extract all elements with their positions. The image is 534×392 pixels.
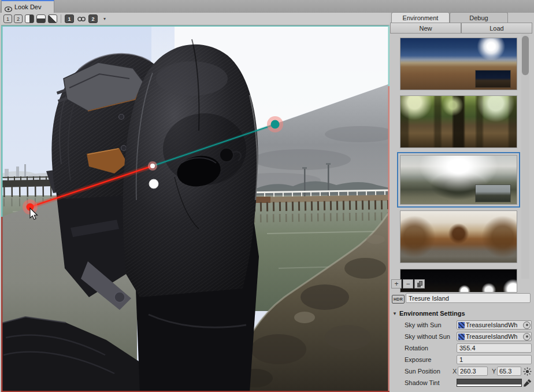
exposure-field[interactable]	[457, 355, 532, 364]
hdri-inset-preview	[476, 71, 510, 87]
y-axis-label: Y	[492, 368, 496, 375]
texture-icon	[458, 334, 465, 340]
link-environments-icon[interactable]	[76, 14, 87, 23]
toolbar-dropdown-icon[interactable]: ▾	[101, 14, 109, 23]
texture-icon	[458, 322, 465, 328]
hdri-thumbnail-church[interactable]	[400, 211, 517, 262]
rotation-field[interactable]	[457, 343, 532, 353]
cloud-shadow	[253, 149, 351, 170]
single-view-1-button[interactable]: 1	[3, 14, 12, 23]
environment-panel: Environment Debug New Load + − HDR ▼ Env…	[390, 0, 534, 392]
hdri-thumbnail-selected-frame	[397, 152, 520, 208]
gizmo-mid-handle[interactable]	[150, 164, 155, 168]
environment-1-badge[interactable]: 1	[65, 14, 74, 23]
library-buttons: New Load	[390, 23, 532, 34]
lookdev-window-tab[interactable]: Look Dev	[1, 0, 54, 13]
environment-name-field[interactable]	[406, 293, 531, 303]
eyedropper-icon[interactable]	[523, 379, 532, 387]
field-label: Sky without Sun	[405, 333, 450, 340]
lookdev-toolbar: 1 2 1 2 ▾	[1, 13, 390, 25]
row-sky-with-sun: Sky with Sun TreasureIslandWh	[390, 320, 534, 331]
sun-y-field[interactable]	[497, 367, 521, 376]
object-picker-icon[interactable]	[523, 321, 531, 329]
field-label: Rotation	[405, 345, 428, 352]
render-scene: ADV. 2770	[1, 25, 390, 392]
lookdev-viewport[interactable]: ADV. 2770	[1, 25, 390, 392]
duplicate-icon	[417, 281, 422, 287]
row-exposure: Exposure	[390, 354, 534, 366]
row-rotation: Rotation	[390, 343, 534, 354]
shadow-tint-color-swatch[interactable]	[457, 379, 522, 387]
hdri-inset-preview	[476, 185, 510, 202]
row-sky-without-sun: Sky without Sun TreasureIslandWh	[390, 331, 534, 343]
duplicate-environment-button[interactable]	[414, 279, 425, 289]
scrollbar-thumb[interactable]	[522, 36, 529, 75]
side-by-side-view-button[interactable]	[25, 14, 34, 23]
hdri-thumbnail-forest[interactable]	[400, 96, 517, 147]
sky-without-sun-object-field[interactable]: TreasureIslandWh	[457, 332, 532, 341]
sun-x-field[interactable]	[458, 367, 488, 376]
new-library-button[interactable]: New	[390, 23, 461, 34]
field-label: Exposure	[405, 356, 431, 363]
field-label: Shadow Tint	[405, 379, 440, 386]
load-library-button[interactable]: Load	[461, 23, 532, 34]
field-label: Sky with Sun	[405, 321, 442, 328]
row-sun-position: Sun Position X Y	[390, 366, 534, 378]
foldout-arrow-icon[interactable]: ▼	[392, 311, 397, 316]
hdr-badge: HDR	[392, 295, 405, 304]
sun-icon[interactable]	[523, 367, 532, 376]
tab-debug[interactable]: Debug	[450, 12, 508, 23]
split-view-button[interactable]	[36, 14, 46, 23]
add-environment-button[interactable]: +	[391, 279, 402, 289]
panel-titlebar-strip	[390, 0, 534, 13]
environment-2-badge[interactable]: 2	[88, 14, 98, 23]
tab-environment[interactable]: Environment	[391, 12, 450, 23]
thumbnail-scrollbar[interactable]	[521, 34, 529, 279]
environment-settings-header[interactable]: ▼ Environment Settings	[392, 310, 465, 317]
row-shadow-tint: Shadow Tint	[390, 378, 534, 389]
toolbar-separator	[61, 14, 61, 23]
remove-environment-button[interactable]: −	[403, 279, 413, 289]
object-name: TreasureIslandWh	[466, 321, 523, 328]
window-title: Look Dev	[14, 3, 41, 10]
single-view-2-button[interactable]: 2	[14, 14, 23, 23]
eye-icon	[5, 4, 12, 10]
panel-tabs: Environment Debug	[391, 12, 508, 23]
field-label: Sun Position	[405, 368, 440, 375]
hdri-thumbnail-treasure-island[interactable]	[400, 156, 517, 204]
gizmo-anchor-dot	[149, 179, 158, 188]
gizmo-sun-handle[interactable]	[271, 120, 280, 129]
hdri-thumbnail-sunny-field[interactable]	[400, 38, 517, 90]
x-axis-label: X	[453, 368, 457, 375]
object-picker-icon[interactable]	[523, 333, 531, 341]
zone-view-button[interactable]	[48, 14, 57, 23]
object-name: TreasureIslandWh	[466, 333, 523, 340]
sky-with-sun-object-field[interactable]: TreasureIslandWh	[457, 320, 532, 330]
